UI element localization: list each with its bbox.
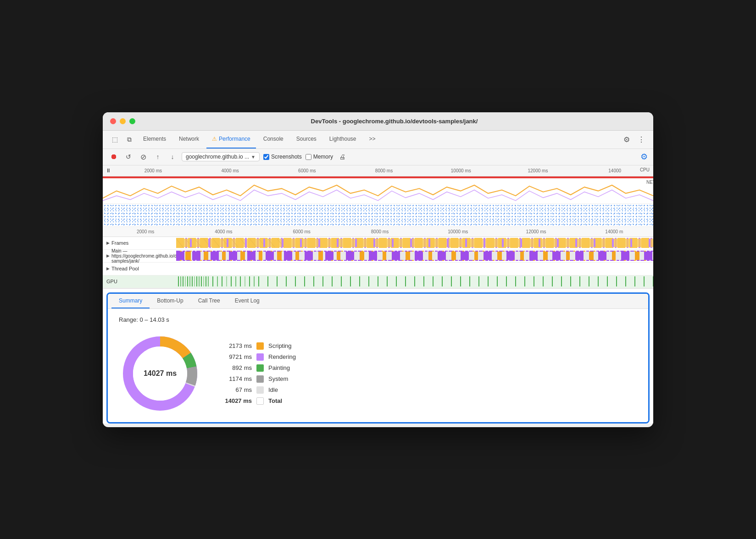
thread-pool-label[interactable]: ▶ Thread Pool bbox=[103, 266, 176, 271]
main-track: ▶ Main — https://googlechrome.github.io/… bbox=[103, 250, 653, 263]
maximize-button[interactable] bbox=[129, 118, 135, 124]
close-button[interactable] bbox=[110, 118, 116, 124]
tab-summary[interactable]: Summary bbox=[111, 294, 150, 308]
gpu-label[interactable]: GPU bbox=[103, 279, 176, 284]
more-options-button[interactable]: ⋮ bbox=[635, 133, 648, 146]
thread-pool-track: ▶ Thread Pool bbox=[103, 263, 653, 275]
tab-bottom-up[interactable]: Bottom-Up bbox=[150, 294, 190, 308]
screenshots-checkbox[interactable] bbox=[263, 154, 269, 160]
settings-button[interactable]: ⚙ bbox=[620, 133, 633, 146]
minimize-button[interactable] bbox=[120, 118, 126, 124]
tab-elements[interactable]: Elements bbox=[138, 130, 172, 148]
svg-rect-77 bbox=[552, 252, 561, 260]
system-ms: 1174 ms bbox=[220, 375, 252, 382]
timeline-ruler-1: ⏸ 2000 ms 4000 ms 6000 ms 8000 ms 10000 … bbox=[103, 165, 653, 176]
svg-rect-60 bbox=[360, 252, 364, 260]
tab-performance[interactable]: ⚠ Performance bbox=[206, 130, 256, 148]
inspect-element-button[interactable]: ⬚ bbox=[108, 133, 121, 146]
tab-sources[interactable]: Sources bbox=[291, 130, 322, 148]
svg-rect-57 bbox=[325, 252, 334, 260]
tab-event-log[interactable]: Event Log bbox=[228, 294, 267, 308]
network-area bbox=[103, 204, 653, 227]
donut-center-label: 14027 ms bbox=[144, 369, 177, 378]
svg-rect-72 bbox=[497, 252, 502, 260]
painting-swatch bbox=[256, 364, 264, 372]
ruler2-mark-0: 2000 ms bbox=[106, 229, 184, 234]
svg-rect-1 bbox=[176, 239, 653, 248]
svg-rect-51 bbox=[266, 252, 274, 260]
svg-rect-19 bbox=[282, 239, 284, 248]
main-label[interactable]: ▶ Main — https://googlechrome.github.io/… bbox=[103, 248, 176, 264]
svg-rect-38 bbox=[630, 239, 632, 248]
tab-call-tree[interactable]: Call Tree bbox=[191, 294, 228, 308]
timeline-ruler-2: 2000 ms 4000 ms 6000 ms 8000 ms 10000 ms… bbox=[103, 227, 653, 237]
upload-button[interactable]: ↑ bbox=[152, 151, 163, 162]
performance-legend: 2173 ms Scripting 9721 ms Rendering 892 … bbox=[220, 342, 296, 405]
svg-rect-47 bbox=[229, 252, 237, 260]
main-expand-icon[interactable]: ▶ bbox=[106, 253, 110, 258]
tab-lighthouse[interactable]: Lighthouse bbox=[324, 130, 362, 148]
device-toolbar-button[interactable]: ⧉ bbox=[123, 133, 136, 146]
tab-console[interactable]: Console bbox=[258, 130, 289, 148]
clear-button[interactable]: ⊘ bbox=[138, 151, 149, 162]
svg-rect-29 bbox=[465, 239, 467, 248]
range-text: Range: 0 – 14.03 s bbox=[119, 316, 637, 323]
frames-label[interactable]: ▶ Frames bbox=[103, 240, 176, 246]
tab-more[interactable]: >> bbox=[364, 130, 381, 148]
svg-rect-34 bbox=[557, 239, 559, 248]
svg-text:NET: NET bbox=[646, 179, 653, 184]
svg-rect-59 bbox=[346, 252, 354, 260]
memory-checkbox[interactable] bbox=[306, 154, 311, 160]
traffic-lights bbox=[110, 118, 135, 124]
cpu-chart: NET bbox=[103, 176, 653, 204]
download-button[interactable]: ↓ bbox=[167, 151, 178, 162]
pause-button[interactable]: ⏸ bbox=[106, 167, 111, 174]
svg-rect-18 bbox=[263, 239, 265, 248]
ruler-mark-4: 10000 ms bbox=[422, 168, 500, 173]
top-nav: ⬚ ⧉ Elements Network ⚠ Performance Conso… bbox=[103, 131, 653, 149]
thread-pool-content bbox=[176, 263, 653, 275]
ruler2-mark-4: 10000 ms bbox=[419, 229, 497, 234]
summary-content: 14027 ms 2173 ms Scripting 9721 ms Rende… bbox=[119, 332, 637, 415]
svg-rect-74 bbox=[520, 252, 524, 260]
svg-rect-32 bbox=[520, 239, 522, 248]
svg-rect-42 bbox=[185, 252, 191, 260]
svg-rect-68 bbox=[451, 252, 456, 260]
svg-rect-62 bbox=[383, 252, 386, 260]
legend-row-scripting: 2173 ms Scripting bbox=[220, 342, 296, 350]
bottom-tab-bar: Summary Bottom-Up Call Tree Event Log bbox=[108, 294, 648, 309]
svg-rect-43 bbox=[192, 252, 200, 260]
window-title: DevTools - googlechrome.github.io/devtoo… bbox=[143, 118, 646, 125]
screenshots-camera-button[interactable]: 🖨 bbox=[337, 151, 348, 162]
record-button[interactable]: ⏺ bbox=[108, 151, 119, 162]
ruler-mark-3: 8000 ms bbox=[345, 168, 422, 173]
scripting-label: Scripting bbox=[268, 342, 292, 349]
legend-row-painting: 892 ms Painting bbox=[220, 364, 296, 372]
ruler-mark-0: 2000 ms bbox=[115, 168, 192, 173]
performance-settings-icon[interactable]: ⚙ bbox=[640, 152, 648, 162]
svg-rect-55 bbox=[305, 252, 313, 260]
url-filter[interactable]: googlechrome.github.io ... ▼ bbox=[182, 152, 260, 161]
svg-rect-83 bbox=[621, 252, 629, 260]
thread-pool-expand-icon[interactable]: ▶ bbox=[106, 266, 110, 271]
screenshots-label: Screenshots bbox=[271, 154, 302, 160]
svg-rect-48 bbox=[240, 252, 245, 260]
rendering-ms: 9721 ms bbox=[220, 353, 252, 360]
rendering-label: Rendering bbox=[268, 353, 296, 360]
total-label: Total bbox=[268, 397, 282, 404]
legend-row-rendering: 9721 ms Rendering bbox=[220, 353, 296, 361]
summary-panel: Range: 0 – 14.03 s bbox=[108, 309, 648, 422]
reload-record-button[interactable]: ↺ bbox=[123, 151, 134, 162]
ruler2-mark-2: 6000 ms bbox=[263, 229, 341, 234]
screenshots-group: Screenshots bbox=[263, 154, 302, 160]
tab-network[interactable]: Network bbox=[173, 130, 205, 148]
svg-rect-25 bbox=[392, 239, 394, 248]
performance-toolbar: ⏺ ↺ ⊘ ↑ ↓ googlechrome.github.io ... ▼ S… bbox=[103, 149, 653, 165]
svg-rect-81 bbox=[598, 252, 606, 260]
ruler2-mark-6: 14000 m bbox=[575, 229, 653, 234]
scripting-swatch bbox=[256, 342, 264, 350]
frames-expand-icon[interactable]: ▶ bbox=[106, 241, 110, 245]
svg-rect-63 bbox=[392, 252, 400, 260]
svg-rect-84 bbox=[635, 252, 639, 260]
title-bar: DevTools - googlechrome.github.io/devtoo… bbox=[103, 112, 653, 131]
